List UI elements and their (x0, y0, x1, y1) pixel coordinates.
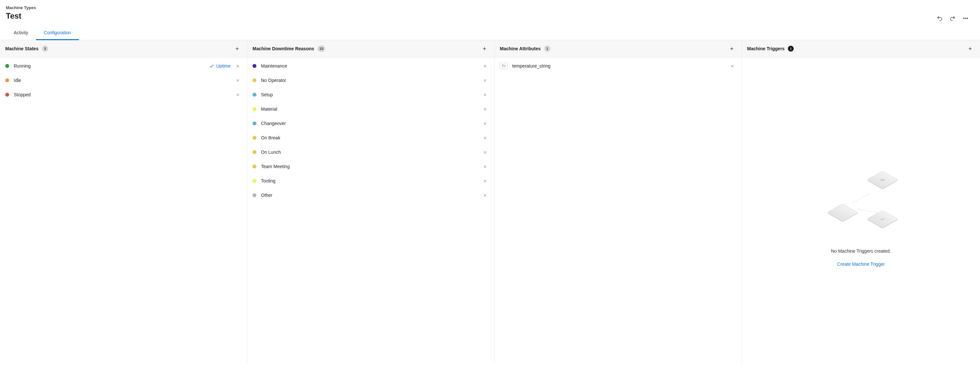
illus-flow-line (858, 209, 877, 212)
panel-machine-attributes: Machine Attributes 1 Tт temperature_stri… (495, 40, 742, 365)
empty-state-text: No Machine Triggers created. (831, 248, 891, 254)
panel-title-wrap: Machine Downtime Reasons 10 (253, 45, 325, 52)
remove-reason-button[interactable] (481, 105, 489, 113)
panel-title-wrap: Machine Attributes 1 (500, 45, 550, 52)
triggers-empty-state: No Machine Triggers created. Create Mach… (742, 57, 980, 365)
count-badge: 3 (42, 45, 48, 52)
state-label: Running (14, 63, 205, 69)
panel-machine-triggers: Machine Triggers i No Machine Triggers c… (742, 40, 980, 365)
status-dot (253, 64, 256, 68)
create-trigger-link[interactable]: Create Machine Trigger (837, 262, 885, 267)
illus-tile-source (827, 203, 858, 221)
remove-state-button[interactable] (234, 62, 242, 70)
close-icon (483, 179, 487, 183)
remove-reason-button[interactable] (481, 77, 489, 84)
panel-title-wrap: Machine Triggers i (747, 46, 794, 51)
remove-reason-button[interactable] (481, 62, 489, 70)
reason-row[interactable]: On Break (247, 131, 494, 145)
plus-icon (235, 46, 240, 51)
illus-tile-check (867, 210, 898, 228)
reason-label: Other (261, 193, 477, 198)
reason-row[interactable]: Material (247, 102, 494, 116)
add-state-button[interactable] (232, 44, 242, 53)
attribute-list: Tт temperature_string (495, 57, 741, 365)
breadcrumb[interactable]: Machine Types (6, 5, 36, 10)
reason-row[interactable]: Changeover (247, 116, 494, 131)
reason-row[interactable]: Other (247, 188, 494, 203)
row-meta (481, 177, 489, 185)
reason-row[interactable]: Maintenance (247, 59, 494, 73)
panel-head-states: Machine States 3 (0, 40, 247, 57)
uptime-label: Uptime (216, 63, 231, 69)
add-reason-button[interactable] (480, 44, 489, 53)
reason-row[interactable]: On Lunch (247, 145, 494, 159)
remove-attribute-button[interactable] (729, 62, 736, 70)
remove-reason-button[interactable] (481, 177, 489, 185)
panel-title: Machine Downtime Reasons (253, 46, 314, 51)
status-dot (253, 121, 256, 125)
reason-label: Material (261, 107, 477, 112)
row-meta (234, 77, 242, 84)
state-label: Stopped (14, 92, 229, 97)
remove-reason-button[interactable] (481, 148, 489, 156)
panel-downtime-reasons: Machine Downtime Reasons 10 Maintenance … (247, 40, 495, 365)
panel-head-attrs: Machine Attributes 1 (495, 40, 741, 57)
info-icon[interactable]: i (788, 46, 794, 51)
reason-label: Maintenance (261, 63, 477, 69)
row-meta (481, 105, 489, 113)
check-icon (209, 63, 214, 69)
svg-point-1 (965, 18, 966, 19)
remove-reason-button[interactable] (481, 163, 489, 171)
state-row[interactable]: Stopped (0, 88, 247, 102)
header-left: Machine Types Test (6, 5, 36, 21)
plus-icon (482, 46, 487, 51)
close-icon (483, 164, 487, 169)
close-icon (730, 64, 734, 68)
state-label: Idle (14, 78, 229, 83)
status-dot (253, 164, 256, 168)
remove-reason-button[interactable] (481, 191, 489, 199)
state-row[interactable]: Running Uptime (0, 59, 247, 73)
reason-row[interactable]: Setup (247, 88, 494, 102)
attribute-row[interactable]: Tт temperature_string (495, 59, 741, 73)
page-header: Machine Types Test (0, 0, 980, 24)
reason-label: Setup (261, 92, 477, 97)
status-dot (253, 107, 256, 111)
remove-state-button[interactable] (234, 77, 242, 84)
svg-point-2 (967, 18, 967, 19)
add-trigger-button[interactable] (966, 44, 975, 53)
panel-title-wrap: Machine States 3 (5, 45, 48, 52)
reason-row[interactable]: No Operator (247, 73, 494, 88)
state-row[interactable]: Idle (0, 73, 247, 88)
header-actions (934, 5, 974, 24)
close-icon (483, 107, 487, 111)
add-attribute-button[interactable] (727, 44, 736, 53)
close-icon (483, 64, 487, 68)
tab-activity[interactable]: Activity (6, 27, 36, 40)
remove-reason-button[interactable] (481, 120, 489, 127)
redo-button[interactable] (947, 13, 958, 24)
status-dot (253, 93, 256, 97)
close-icon (483, 193, 487, 198)
attribute-label: temperature_string (512, 63, 724, 69)
close-icon (483, 136, 487, 140)
status-dot (253, 150, 256, 154)
row-meta (481, 148, 489, 156)
undo-button[interactable] (934, 13, 945, 24)
status-dot (5, 78, 9, 82)
reason-row[interactable]: Tooling (247, 174, 494, 188)
remove-reason-button[interactable] (481, 91, 489, 99)
remove-state-button[interactable] (234, 91, 242, 99)
remove-reason-button[interactable] (481, 134, 489, 142)
page-title: Test (6, 11, 36, 21)
illus-tile-x (867, 171, 898, 189)
reason-row[interactable]: Team Meeting (247, 159, 494, 174)
row-meta (481, 163, 489, 171)
tab-configuration[interactable]: Configuration (36, 27, 79, 40)
more-button[interactable] (961, 13, 971, 24)
panel-title: Machine States (5, 46, 38, 51)
plus-icon (729, 46, 734, 51)
status-dot (5, 64, 9, 68)
illus-flow-line (852, 193, 869, 203)
panel-head-reasons: Machine Downtime Reasons 10 (247, 40, 494, 57)
